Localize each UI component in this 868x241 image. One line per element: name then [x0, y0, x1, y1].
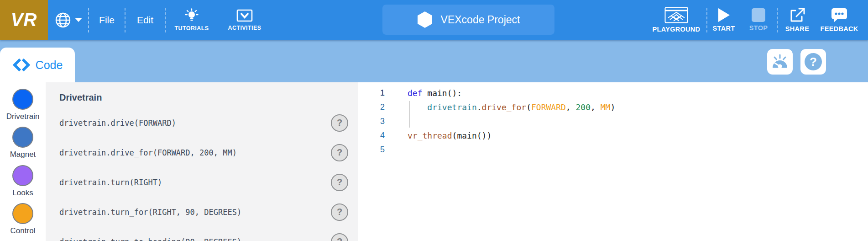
feedback-label: FEEDBACK: [821, 25, 858, 32]
share-icon: [789, 7, 805, 23]
category-circle-icon: [12, 127, 33, 148]
playground-label: PLAYGROUND: [653, 26, 701, 33]
code-text: def main():: [408, 86, 462, 100]
question-mark-icon: ?: [805, 53, 822, 70]
share-button[interactable]: SHARE: [778, 7, 817, 32]
line-number: 3: [358, 114, 385, 129]
vexcode-vr-app: VR File Edit: [0, 0, 868, 241]
stop-label: STOP: [749, 24, 768, 32]
code-line: 3: [358, 114, 868, 129]
category-label: Looks: [12, 188, 33, 198]
category-circle-icon: [12, 203, 33, 224]
category-circle-icon: [12, 165, 33, 186]
project-name-button[interactable]: VEXcode Project: [382, 5, 554, 35]
command-help-button[interactable]: ?: [331, 114, 348, 132]
command-list: drivetrain.drive(FORWARD)?drivetrain.dri…: [59, 108, 358, 241]
code-line: 1def main():: [358, 86, 868, 100]
share-label: SHARE: [785, 25, 809, 32]
category-sidebar: DrivetrainMagnetLooksControl: [0, 82, 46, 241]
tab-code-label: Code: [36, 59, 63, 72]
command-text: drivetrain.turn_to_heading(90, DEGREES): [59, 237, 331, 241]
code-text: vr_thread(main()): [408, 129, 492, 143]
command-category-header: Drivetrain: [59, 92, 358, 108]
code-text: drivetrain.drive_for(FORWARD, 200, MM): [408, 100, 615, 114]
category-circle-icon: [12, 89, 33, 110]
line-number: 1: [358, 86, 385, 100]
lightbulb-icon: [184, 8, 199, 23]
top-menu-bar: VR File Edit: [0, 0, 868, 40]
command-row[interactable]: drivetrain.turn_to_heading(90, DEGREES)?: [59, 227, 358, 241]
start-label: START: [713, 25, 735, 32]
chevron-down-icon: [75, 18, 82, 22]
command-text: drivetrain.turn_for(RIGHT, 90, DEGREES): [59, 208, 331, 217]
command-row[interactable]: drivetrain.drive(FORWARD)?: [59, 108, 358, 138]
file-menu[interactable]: File: [89, 15, 125, 26]
vr-logo-text: VR: [11, 10, 37, 30]
speech-bubble-icon: [831, 7, 848, 23]
sidebar-item-control[interactable]: Control: [10, 203, 36, 241]
line-number: 2: [358, 100, 385, 114]
top-actions: PLAYGROUND START STOP: [646, 0, 862, 40]
command-text: drivetrain.drive(FORWARD): [59, 118, 331, 128]
sidebar-item-magnet[interactable]: Magnet: [10, 127, 36, 165]
help-button[interactable]: ?: [800, 49, 826, 75]
activities-label: ACTIVITIES: [228, 25, 261, 31]
vr-logo[interactable]: VR: [0, 0, 48, 40]
category-label: Magnet: [10, 150, 36, 159]
code-line: 5: [358, 143, 868, 157]
category-label: Drivetrain: [6, 112, 40, 121]
gauge-icon: [771, 54, 789, 70]
start-button[interactable]: START: [707, 8, 740, 32]
workspace-tools: ?: [767, 49, 826, 75]
edit-menu[interactable]: Edit: [125, 15, 165, 26]
code-brackets-icon: [12, 59, 31, 71]
checkbox-icon: [236, 9, 253, 22]
code-editor[interactable]: 1def main():2 drivetrain.drive_for(FORWA…: [358, 82, 868, 241]
command-text: drivetrain.drive_for(FORWARD, 200, MM): [59, 148, 331, 157]
workspace-toolbar: Code ?: [0, 40, 868, 82]
sidebar-item-looks[interactable]: Looks: [12, 165, 33, 203]
main-content: DrivetrainMagnetLooksControl Drivetrain …: [0, 82, 868, 241]
command-help-button[interactable]: ?: [331, 174, 348, 191]
globe-icon: [54, 11, 72, 29]
hexagon-icon: [417, 11, 433, 28]
command-row[interactable]: drivetrain.turn_for(RIGHT, 90, DEGREES)?: [59, 197, 358, 227]
code-line: 2 drivetrain.drive_for(FORWARD, 200, MM): [358, 100, 868, 114]
project-name-label: VEXcode Project: [441, 14, 520, 26]
tab-code[interactable]: Code: [0, 48, 75, 82]
dashboard-monitor-button[interactable]: [767, 49, 793, 75]
category-label: Control: [10, 226, 36, 236]
sidebar-item-drivetrain[interactable]: Drivetrain: [6, 89, 40, 127]
stop-button[interactable]: STOP: [740, 8, 777, 32]
line-number: 4: [358, 129, 385, 143]
play-icon: [717, 8, 730, 22]
playground-button[interactable]: PLAYGROUND: [646, 7, 706, 33]
stop-icon: [752, 8, 765, 22]
language-menu[interactable]: [48, 11, 88, 29]
command-panel: Drivetrain drivetrain.drive(FORWARD)?dri…: [46, 82, 358, 241]
command-row[interactable]: drivetrain.drive_for(FORWARD, 200, MM)?: [59, 138, 358, 167]
playground-icon: [664, 7, 688, 23]
tutorials-label: TUTORIALS: [175, 25, 209, 32]
feedback-button[interactable]: FEEDBACK: [817, 7, 862, 32]
activities-button[interactable]: ACTIVITIES: [218, 9, 272, 31]
command-help-button[interactable]: ?: [331, 144, 348, 161]
code-line: 4vr_thread(main()): [358, 129, 868, 143]
command-row[interactable]: drivetrain.turn(RIGHT)?: [59, 167, 358, 197]
tutorials-button[interactable]: TUTORIALS: [166, 8, 218, 32]
command-text: drivetrain.turn(RIGHT): [59, 178, 331, 187]
indent-guide: [409, 101, 410, 128]
command-help-button[interactable]: ?: [331, 204, 348, 221]
command-help-button[interactable]: ?: [331, 233, 348, 241]
line-number: 5: [358, 143, 385, 157]
